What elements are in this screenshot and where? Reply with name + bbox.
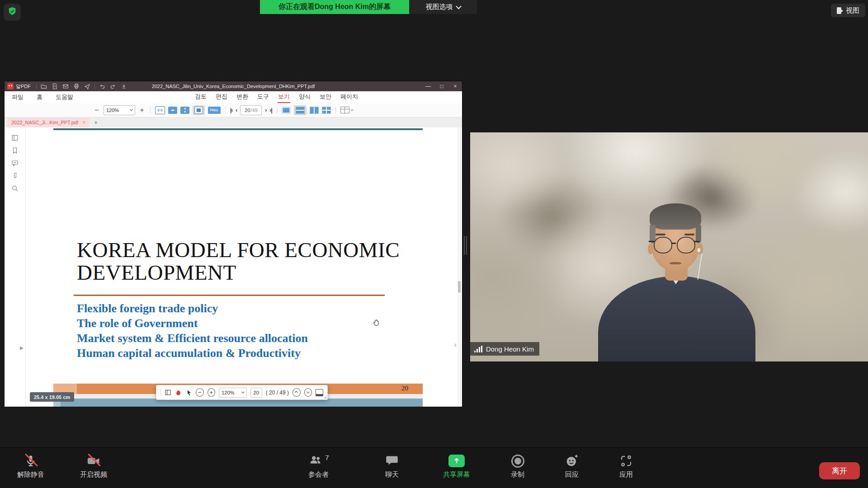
- zoom-level-select[interactable]: 120%: [219, 388, 247, 398]
- search-panel-icon[interactable]: [10, 184, 19, 193]
- zoom-level-select[interactable]: 120%: [104, 105, 135, 115]
- attachments-panel-icon[interactable]: [10, 171, 19, 180]
- menu-edit[interactable]: 편집: [215, 91, 228, 103]
- menu-page[interactable]: 페이지: [340, 91, 359, 103]
- tab-close-icon[interactable]: ×: [82, 119, 85, 126]
- last-page-button[interactable]: ›|: [269, 107, 272, 113]
- leave-meeting-button[interactable]: 离开: [819, 462, 860, 479]
- menu-home[interactable]: 홈: [36, 92, 43, 103]
- new-tab-button[interactable]: +: [94, 119, 98, 126]
- bullet-line: The role of Government: [77, 316, 308, 331]
- maximize-button[interactable]: □: [435, 81, 448, 91]
- screen-watching-banner: 你正在观看Dong Heon Kim的屏幕: [260, 0, 409, 14]
- participant-name: Dong Heon Kim: [486, 345, 534, 353]
- document-icon[interactable]: [49, 81, 60, 91]
- select-tool-icon[interactable]: [186, 389, 192, 396]
- grid-view-button[interactable]: [322, 107, 331, 114]
- record-button[interactable]: 录制: [495, 452, 540, 479]
- print-icon[interactable]: [71, 81, 82, 91]
- page-layout-dropdown[interactable]: [340, 107, 353, 113]
- chat-icon: [385, 452, 399, 469]
- menu-view-active[interactable]: 보기: [278, 91, 290, 103]
- menu-tools[interactable]: 도구: [257, 91, 269, 103]
- pdf-left-sidebar: [5, 127, 26, 407]
- open-file-icon[interactable]: [38, 81, 49, 91]
- view-options-button[interactable]: 视图选项: [409, 0, 477, 14]
- menu-file[interactable]: 파일: [11, 92, 24, 103]
- menu-help[interactable]: 도움말: [55, 92, 74, 103]
- page-number-input[interactable]: 20: [250, 388, 262, 398]
- fullscreen-button[interactable]: FULL: [208, 107, 221, 114]
- slide-bullet-list: Flexible foreign trade policy The role o…: [77, 301, 308, 361]
- record-icon: [511, 452, 524, 469]
- panel-collapse-chevron[interactable]: ‹: [454, 341, 457, 349]
- two-page-view-button[interactable]: [310, 107, 319, 114]
- pdf-app-window: 알PDF 2022_NASC_Jilin_Univ_Korea_Economic…: [5, 81, 462, 407]
- first-page-button[interactable]: |‹: [230, 107, 232, 113]
- bookmarks-panel-icon[interactable]: [10, 146, 19, 155]
- reactions-button[interactable]: 回应: [549, 452, 594, 479]
- actual-size-button[interactable]: 1:1: [155, 106, 165, 114]
- toolbar-resize-corner[interactable]: [324, 396, 326, 399]
- zoom-out-button[interactable]: −: [93, 106, 100, 114]
- share-screen-button[interactable]: 共享屏幕: [429, 452, 484, 479]
- next-page-button[interactable]: [304, 388, 312, 397]
- participants-button[interactable]: 7 参会者: [292, 452, 344, 479]
- hand-tool-icon[interactable]: [175, 389, 182, 396]
- banner-text: 你正在观看Dong Heon Kim的屏幕: [278, 2, 391, 12]
- view-button[interactable]: 视图: [831, 4, 865, 17]
- security-shield-badge[interactable]: [4, 4, 21, 21]
- fit-width-button[interactable]: ◂▸: [168, 107, 177, 114]
- menu-forms[interactable]: 양식: [298, 91, 311, 103]
- unmute-button[interactable]: 解除静音: [8, 452, 53, 479]
- page-number-input[interactable]: 20 /49: [240, 105, 262, 115]
- page-view-mode-icon[interactable]: [316, 389, 323, 396]
- chevron-down-icon: [456, 4, 462, 9]
- continuous-view-icon: [296, 107, 305, 114]
- menu-convert[interactable]: 변환: [236, 91, 249, 103]
- camera-off-icon: [86, 452, 101, 469]
- next-page-button[interactable]: ›: [265, 107, 266, 113]
- document-tab[interactable]: 2022_NASC_Ji...Kim_PPT.pdf ×: [7, 118, 90, 127]
- undo-icon[interactable]: [97, 81, 108, 91]
- zoom-in-button[interactable]: +: [208, 388, 216, 397]
- drag-handle[interactable]: [160, 389, 161, 396]
- continuous-view-button-selected[interactable]: [294, 105, 307, 115]
- menu-security[interactable]: 보안: [319, 91, 332, 103]
- chevron-down-icon: [350, 108, 354, 111]
- close-button[interactable]: ×: [448, 81, 462, 91]
- apps-button[interactable]: 应用: [604, 452, 649, 479]
- thumbnails-panel-icon[interactable]: [10, 133, 19, 142]
- share-icon[interactable]: [82, 81, 93, 91]
- scrollbar-thumb[interactable]: [458, 281, 461, 293]
- pdf-menubar: 파일 홈 도움말 검토 편집 변환 도구 보기 양식 보안 페이지: [5, 91, 462, 103]
- minimize-button[interactable]: —: [421, 81, 435, 91]
- redo-icon[interactable]: [108, 81, 118, 91]
- fit-page-button-selected[interactable]: [193, 105, 205, 115]
- microphone-muted-icon: [24, 452, 38, 469]
- sidebar-toggle-icon[interactable]: [165, 389, 171, 396]
- customize-toolbar-icon[interactable]: [118, 81, 129, 91]
- panel-divider-handle[interactable]: [464, 236, 467, 255]
- menu-review[interactable]: 검토: [194, 91, 207, 103]
- email-icon[interactable]: [60, 81, 71, 91]
- slide-page-20: KOREA MODEL FOR ECONOMIC DEVELOPMENT Fle…: [53, 128, 423, 394]
- single-page-view-button[interactable]: [282, 107, 291, 114]
- chat-button[interactable]: 聊天: [369, 452, 415, 479]
- share-screen-icon: [448, 455, 465, 467]
- comments-panel-icon[interactable]: [10, 159, 19, 168]
- glasses: [654, 237, 672, 253]
- participant-video-tile[interactable]: Dong Heon Kim: [470, 132, 868, 361]
- reactions-smiley-icon: [565, 452, 579, 469]
- page-indicator: ( 20 / 49 ): [266, 389, 289, 396]
- start-video-button[interactable]: 开启视频: [71, 452, 116, 479]
- sidebar-expand-chevron[interactable]: ▸: [20, 343, 24, 352]
- vertical-scrollbar[interactable]: [458, 127, 461, 407]
- previous-page-button[interactable]: [292, 388, 301, 397]
- zoom-in-button[interactable]: +: [138, 106, 146, 114]
- zoom-out-button[interactable]: −: [196, 388, 204, 397]
- chevron-down-icon: [130, 108, 133, 111]
- fit-height-button[interactable]: ▴▾: [180, 107, 189, 114]
- pdf-document-area: ▸ KOREA MODEL FOR ECONOMIC DEVELOPMENT F…: [5, 127, 462, 407]
- previous-page-button[interactable]: ‹: [236, 107, 237, 113]
